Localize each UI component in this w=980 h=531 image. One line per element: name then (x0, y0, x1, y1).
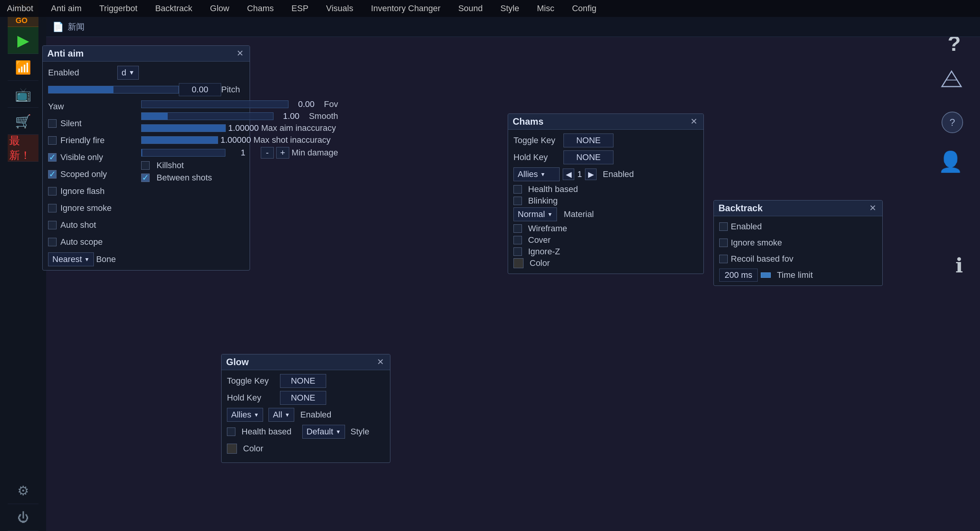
max-shot-inacc-slider[interactable] (141, 136, 218, 144)
glow-color-row: Color (227, 442, 385, 456)
max-aim-inacc-value[interactable]: 1.00000 (228, 123, 259, 133)
glow-toggle-key-btn[interactable]: NONE (280, 374, 326, 388)
chams-hold-key-btn[interactable]: NONE (563, 150, 613, 164)
chams-health-based-checkbox[interactable] (513, 185, 522, 194)
chams-title: Chams (513, 116, 543, 127)
max-shot-inacc-value[interactable]: 1.00000 (220, 135, 251, 145)
backtrack-enabled-checkbox[interactable] (719, 222, 728, 231)
chams-wireframe-checkbox[interactable] (513, 224, 522, 233)
top-menu-bar: Aimbot Anti aim Triggerbot Backtrack Glo… (0, 0, 980, 17)
min-damage-plus-btn[interactable]: + (276, 147, 289, 159)
glow-all-dropdown[interactable]: All ▼ (268, 408, 294, 422)
glow-color-picker[interactable] (227, 444, 237, 454)
backtrack-time-row: 200 ms Time limit (719, 269, 877, 282)
menu-item-style[interactable]: Style (497, 2, 522, 15)
chams-blinking-checkbox[interactable] (513, 197, 522, 205)
glow-enabled-label: Enabled (300, 410, 332, 420)
chams-ignore-z-checkbox[interactable] (513, 247, 522, 256)
min-damage-slider[interactable] (141, 149, 225, 157)
glow-allies-chevron-icon: ▼ (254, 412, 259, 418)
killshot-checkbox[interactable] (141, 161, 150, 170)
power-icon[interactable]: ⏻ (8, 504, 38, 531)
silent-checkbox[interactable] (48, 119, 57, 128)
anti-aim-title-bar[interactable]: Anti aim ✕ (43, 46, 250, 62)
backtrack-close-button[interactable]: ✕ (868, 203, 878, 213)
info-icon[interactable]: ℹ (955, 254, 963, 277)
signal-icon[interactable]: 📶 (8, 54, 38, 81)
chams-wireframe-label: Wireframe (528, 224, 567, 234)
chams-close-button[interactable]: ✕ (689, 117, 699, 127)
glow-allies-dropdown[interactable]: Allies ▼ (227, 408, 263, 422)
new-badge[interactable]: 最新！ (8, 135, 38, 162)
visible-only-checkbox[interactable]: ✓ (48, 153, 57, 162)
menu-item-triggerbot[interactable]: Triggerbot (96, 2, 140, 15)
chams-toggle-key-btn[interactable]: NONE (563, 134, 613, 147)
friendly-fire-checkbox[interactable] (48, 136, 57, 145)
glow-hold-key-btn[interactable]: NONE (280, 391, 326, 405)
fov-value[interactable]: 0.00 (291, 99, 322, 109)
min-damage-value[interactable]: 1 (228, 148, 258, 158)
backtrack-time-value[interactable]: 200 ms (719, 269, 758, 282)
between-shots-checkbox[interactable]: ✓ (141, 174, 150, 182)
glow-health-based-label: Health based (242, 427, 292, 437)
menu-item-sound[interactable]: Sound (455, 2, 486, 15)
scoped-only-checkbox[interactable]: ✓ (48, 170, 57, 179)
backtrack-title-bar[interactable]: Backtrack ✕ (714, 200, 882, 216)
anti-aim-title: Anti aim (47, 48, 84, 59)
ignore-smoke-checkbox[interactable] (48, 204, 57, 212)
menu-item-glow[interactable]: Glow (207, 2, 232, 15)
question-circle-icon[interactable]: ? (942, 112, 963, 133)
menu-item-backtrack[interactable]: Backtrack (152, 2, 195, 15)
chams-prev-btn[interactable]: ◀ (563, 169, 574, 180)
backtrack-ignore-smoke-checkbox[interactable] (719, 239, 728, 247)
ignore-flash-checkbox[interactable] (48, 187, 57, 195)
backtrack-recoil-fov-checkbox[interactable] (719, 255, 728, 263)
play-button[interactable]: ▶ (8, 27, 38, 54)
menu-item-aimbot[interactable]: Aimbot (4, 2, 36, 15)
pitch-slider[interactable] (48, 86, 179, 94)
menu-item-visuals[interactable]: Visuals (323, 2, 357, 15)
glow-health-based-checkbox[interactable] (227, 427, 235, 436)
anti-aim-auto-scope-row: Auto scope (48, 235, 130, 249)
chams-title-bar[interactable]: Chams ✕ (508, 114, 703, 130)
menu-item-esp[interactable]: ESP (288, 2, 312, 15)
nearest-dropdown[interactable]: Nearest ▼ (48, 252, 94, 266)
min-damage-minus-btn[interactable]: - (261, 147, 274, 159)
anti-aim-ignore-flash-row: Ignore flash (48, 184, 130, 199)
smooth-value[interactable]: 1.00 (276, 111, 307, 121)
glow-title-bar[interactable]: Glow ✕ (222, 354, 390, 370)
anti-aim-close-button[interactable]: ✕ (235, 48, 245, 58)
glow-toggle-key-label: Toggle Key (227, 376, 277, 386)
anti-aim-enabled-dropdown[interactable]: d ▼ (117, 66, 139, 80)
anti-aim-enabled-row: Enabled d ▼ (48, 65, 244, 80)
smooth-slider[interactable] (141, 112, 273, 120)
pitch-value[interactable]: 0.00 (179, 83, 221, 96)
fov-row: 0.00 Fov (141, 99, 338, 109)
tv-icon[interactable]: 📺 (8, 81, 38, 108)
max-aim-inacc-label: Max aim inaccuracy (261, 123, 338, 133)
chams-allies-dropdown[interactable]: Allies ▼ (513, 167, 560, 181)
chams-color-picker[interactable] (513, 258, 523, 268)
chams-cover-checkbox[interactable] (513, 236, 522, 244)
max-aim-inacc-slider[interactable] (141, 124, 226, 132)
chams-blinking-row: Blinking (513, 196, 698, 206)
anti-aim-silent-row: Silent (48, 116, 130, 131)
menu-item-inventory-changer[interactable]: Inventory Changer (368, 2, 443, 15)
gear-icon[interactable]: ⚙ (8, 477, 38, 504)
menu-item-config[interactable]: Config (569, 2, 600, 15)
smooth-label: Smooth (309, 111, 338, 121)
person-icon[interactable]: 👤 (938, 150, 963, 174)
glow-hold-key-label: Hold Key (227, 393, 277, 403)
auto-scope-checkbox[interactable] (48, 238, 57, 246)
menu-item-misc[interactable]: Misc (534, 2, 557, 15)
auto-shot-checkbox[interactable] (48, 221, 57, 229)
chams-normal-dropdown[interactable]: Normal ▼ (513, 207, 557, 221)
menu-item-chams[interactable]: Chams (244, 2, 277, 15)
fov-slider[interactable] (141, 100, 288, 108)
chams-next-btn[interactable]: ▶ (585, 169, 597, 180)
menu-item-anti-aim[interactable]: Anti aim (48, 2, 84, 15)
glow-close-button[interactable]: ✕ (375, 357, 385, 367)
glow-default-dropdown[interactable]: Default ▼ (302, 425, 345, 439)
backtrack-time-limit-toggle[interactable] (761, 272, 771, 278)
shop-icon[interactable]: 🛒 (8, 108, 38, 135)
